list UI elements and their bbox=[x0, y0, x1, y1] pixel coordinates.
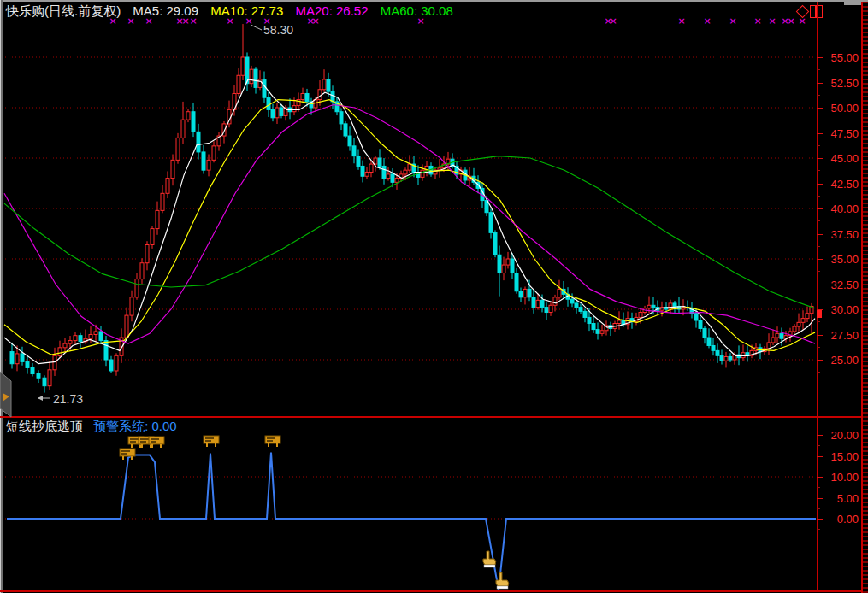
y-axis-minor-tick bbox=[817, 445, 820, 446]
y-axis-label: 42.50 bbox=[819, 179, 859, 190]
y-axis-label: 37.50 bbox=[819, 229, 859, 240]
svg-text:×: × bbox=[729, 15, 736, 26]
ma60-value: MA60: 30.08 bbox=[381, 3, 453, 18]
y-axis-tick bbox=[817, 456, 823, 457]
window-top-border bbox=[0, 0, 868, 2]
y-axis-tick bbox=[817, 498, 823, 499]
y-axis-label: 5.00 bbox=[819, 493, 859, 504]
y-axis-minor-tick bbox=[817, 145, 820, 146]
y-axis-minor-tick bbox=[817, 347, 820, 348]
y-axis-tick bbox=[817, 285, 823, 285]
y-axis-label: 40.00 bbox=[819, 203, 859, 214]
right-ruler-strip[interactable] bbox=[863, 2, 868, 593]
y-axis-minor-tick bbox=[817, 467, 820, 467]
y-axis-label: 15.00 bbox=[819, 451, 859, 462]
high-price-annotation: 58.30 bbox=[263, 23, 293, 37]
y-axis-minor-tick bbox=[817, 95, 820, 96]
left-edge-flag-icon bbox=[0, 367, 17, 419]
y-axis-tick bbox=[817, 259, 823, 260]
window-left-border bbox=[0, 0, 3, 593]
ma-line-MA20 bbox=[4, 105, 815, 344]
y-axis-minor-tick bbox=[817, 120, 820, 120]
y-axis-tick bbox=[817, 108, 823, 109]
indicator-name: 短线抄底逃顶 bbox=[6, 419, 83, 433]
sub-panel-header: 短线抄底逃顶 预警系统: 0.00 bbox=[6, 419, 184, 433]
main-chart-canvas[interactable]: ×××××××××××××××××××××× bbox=[0, 0, 868, 593]
y-axis-minor-tick bbox=[817, 246, 820, 247]
y-axis-tick bbox=[817, 83, 823, 84]
low-price-annotation: 21.73 bbox=[53, 392, 83, 406]
y-axis-minor-tick bbox=[817, 487, 820, 488]
y-axis-label: 50.00 bbox=[819, 103, 859, 114]
y-axis-tick bbox=[817, 309, 823, 310]
y-axis-tick bbox=[817, 519, 823, 520]
svg-text:×: × bbox=[703, 15, 711, 26]
y-axis-minor-tick bbox=[817, 170, 820, 171]
y-axis-tick bbox=[817, 477, 823, 478]
y-axis-tick bbox=[817, 335, 823, 336]
y-axis-label: 32.50 bbox=[819, 279, 859, 291]
svg-text:×: × bbox=[753, 15, 761, 26]
y-axis-label: 35.00 bbox=[819, 254, 859, 265]
y-axis-tick bbox=[817, 435, 823, 436]
y-axis-tick bbox=[817, 57, 823, 58]
y-axis-tick bbox=[817, 208, 823, 209]
y-axis-tick bbox=[817, 158, 823, 159]
y-axis-label: 45.00 bbox=[819, 153, 859, 164]
stock-title: 快乐购(日线.前复权) bbox=[6, 3, 121, 18]
y-axis-minor-tick bbox=[817, 271, 820, 272]
ma10-value: MA10: 27.73 bbox=[210, 3, 283, 18]
chart-title-row: 快乐购(日线.前复权) MA5: 29.09 MA10: 27.73 MA20:… bbox=[6, 3, 462, 18]
y-axis-label: 52.50 bbox=[819, 78, 859, 89]
y-axis-label: 30.00 bbox=[819, 304, 859, 315]
alert-signal-line bbox=[7, 453, 816, 590]
y-axis-label: 10.00 bbox=[819, 472, 859, 483]
y-axis-minor-tick bbox=[817, 508, 820, 509]
alert-system-value: 预警系统: 0.00 bbox=[93, 419, 177, 433]
panel-divider[interactable] bbox=[0, 416, 861, 418]
y-axis-label: 25.00 bbox=[819, 355, 859, 366]
y-axis-minor-tick bbox=[817, 321, 820, 322]
y-axis-tick bbox=[817, 360, 823, 361]
y-axis-minor-tick bbox=[817, 220, 820, 221]
stock-app-window: { "header": { "stock_title": "快乐购(日线.前复权… bbox=[0, 0, 868, 593]
y-axis-label: 47.50 bbox=[819, 128, 859, 139]
y-axis-minor-tick bbox=[817, 529, 820, 530]
y-axis-minor-tick bbox=[817, 372, 820, 373]
y-axis-label: 55.00 bbox=[819, 52, 859, 63]
y-axis-label: 27.50 bbox=[819, 330, 859, 341]
y-axis-minor-tick bbox=[817, 196, 820, 197]
y-axis-label: 20.00 bbox=[819, 430, 859, 441]
y-axis-tick bbox=[817, 133, 823, 134]
buy-signal-board-icons bbox=[120, 436, 280, 460]
svg-text:×: × bbox=[787, 15, 794, 26]
y-axis-tick bbox=[817, 234, 823, 235]
ma-line-MA60 bbox=[4, 156, 815, 308]
y-axis-minor-tick bbox=[817, 69, 820, 70]
y-axis-minor-tick bbox=[817, 296, 820, 297]
y-axis-tick bbox=[817, 184, 823, 185]
ma5-value: MA5: 29.09 bbox=[133, 3, 198, 18]
ma20-value: MA20: 26.52 bbox=[295, 3, 368, 18]
svg-text:×: × bbox=[677, 15, 685, 26]
y-axis-label: 0.00 bbox=[819, 514, 859, 525]
svg-text:×: × bbox=[768, 15, 776, 26]
svg-text:×: × bbox=[609, 15, 617, 26]
